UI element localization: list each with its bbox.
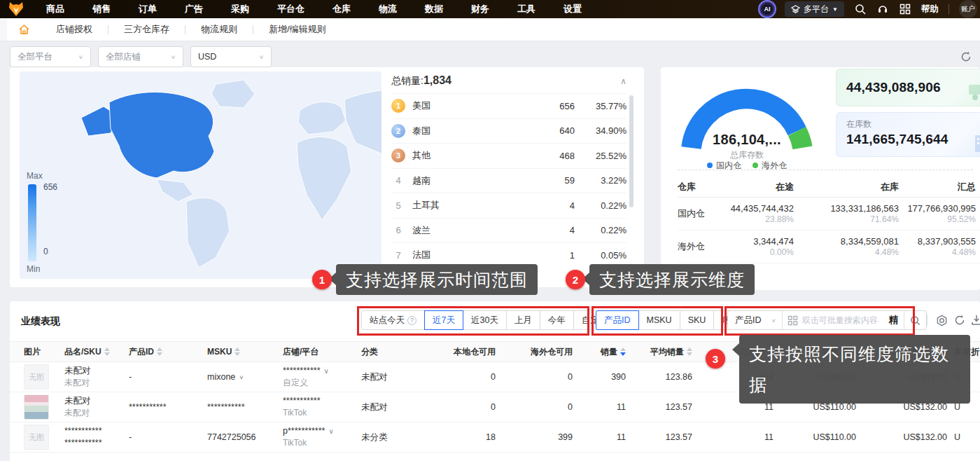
sort-icon[interactable] <box>234 348 240 356</box>
store-cell[interactable]: p***********∨ <box>283 425 334 437</box>
country-share: 3.22% <box>575 175 626 186</box>
sort-icon-active-desc[interactable] <box>620 348 626 356</box>
sort-icon[interactable] <box>157 348 162 356</box>
col-local-available: 本地仓可用 <box>426 346 501 358</box>
collapse-chevron-icon[interactable]: ∧ <box>620 76 626 86</box>
support-headset-icon[interactable] <box>876 3 889 15</box>
warehouse-row-domestic[interactable]: 国内仓 44,435,744,43223.88% 133,331,186,563… <box>678 198 980 230</box>
country-name: 美国 <box>412 99 526 112</box>
search-input[interactable]: 双击可批量搜索内容 <box>798 315 883 326</box>
platform-name: 自定义 <box>283 377 329 389</box>
menu-settings[interactable]: 设置 <box>550 0 596 18</box>
dim-sku-button[interactable]: SKU <box>680 310 715 330</box>
subnav-items: 店铺授权 三方仓库存 物流规则 新增/编辑规则 <box>41 18 980 41</box>
column-settings-icon[interactable] <box>935 314 948 326</box>
menu-orders[interactable]: 订单 <box>125 0 171 18</box>
performance-title: 业绩表现 <box>21 315 60 328</box>
time-this-year-button[interactable]: 今年 <box>540 310 574 330</box>
menu-tools[interactable]: 工具 <box>503 0 550 18</box>
search-icon[interactable] <box>854 3 867 15</box>
tab-logistics-rules[interactable]: 物流规则 <box>186 23 253 36</box>
search-submit-icon[interactable] <box>904 311 926 329</box>
platform-switcher-dropdown[interactable]: 多平台 ▼ <box>785 1 844 17</box>
msku-cell[interactable]: mixone∨ <box>207 372 283 382</box>
time-site-today-button[interactable]: 站点今天? <box>361 310 425 330</box>
callout-badge-2: 2 <box>566 270 585 289</box>
net-sales-cell: US$132.00 <box>862 402 953 412</box>
platform-filter-select[interactable]: 全部平台∨ <box>10 46 91 67</box>
platform-name: TikTok <box>283 407 321 419</box>
account-avatar[interactable]: 账户 <box>959 0 977 18</box>
product-name: 未配对 <box>64 365 91 377</box>
menu-sales[interactable]: 销售 <box>78 0 125 18</box>
refresh-table-icon[interactable] <box>953 314 966 326</box>
menu-warehouse[interactable]: 仓库 <box>318 0 365 18</box>
chevron-down-icon[interactable]: ∨ <box>239 374 244 380</box>
ranking-row[interactable]: 6 波兰 4 0.22% <box>391 218 626 243</box>
menu-logistics[interactable]: 物流 <box>365 0 411 18</box>
product-id: - <box>129 432 207 442</box>
tab-add-edit-rule[interactable]: 新增/编辑规则 <box>253 23 342 36</box>
help-link[interactable]: 帮助 <box>921 4 939 15</box>
ai-assistant-button[interactable]: AI <box>760 1 775 17</box>
topbar-right-cluster: AI 多平台 ▼ 帮助 账户 <box>760 0 980 18</box>
rank-number: 7 <box>391 250 405 261</box>
product-id: - <box>129 372 207 382</box>
col-avg-sales[interactable]: 平均销量 <box>631 346 698 358</box>
ranking-row[interactable]: 2 泰国 640 34.90% <box>391 118 626 144</box>
col-msku[interactable]: MSKU <box>207 347 283 357</box>
ranking-row[interactable]: 5 土耳其 4 0.22% <box>391 193 626 218</box>
time-last-month-button[interactable]: 上月 <box>506 310 540 330</box>
dimension-group: 产品ID MSKU SKU 店铺 <box>596 310 748 330</box>
menu-purchasing[interactable]: 采购 <box>217 0 263 18</box>
time-last30-button[interactable]: 近30天 <box>463 310 507 330</box>
map-max-label: Max <box>27 171 43 181</box>
dim-msku-button[interactable]: MSKU <box>638 310 680 330</box>
country-sales: 656 <box>526 101 575 111</box>
menu-ads[interactable]: 广告 <box>171 0 217 18</box>
store-cell[interactable]: ***********∨ <box>283 365 329 377</box>
col-product-id[interactable]: 产品ID <box>129 346 207 358</box>
question-info-icon[interactable]: ? <box>407 316 416 325</box>
dashed-divider <box>678 170 973 170</box>
batch-search-grid-icon[interactable] <box>788 315 798 326</box>
menu-platform-warehouse[interactable]: 平台仓 <box>263 0 318 18</box>
avg-sales-cell: 123.57 <box>631 432 698 442</box>
apps-grid-icon[interactable] <box>899 3 911 15</box>
platform-name: TikTok <box>283 437 334 449</box>
country-sales: 1 <box>526 250 575 261</box>
refresh-icon[interactable] <box>959 50 973 64</box>
menu-data[interactable]: 数据 <box>411 0 457 18</box>
sort-icon[interactable] <box>104 348 110 356</box>
exact-match-toggle[interactable]: 精 <box>883 314 904 326</box>
currency-select[interactable]: USD∨ <box>190 46 272 67</box>
ranking-row[interactable]: 3 其他 468 25.52% <box>391 143 626 168</box>
sort-icon[interactable] <box>687 348 692 356</box>
warehouse-summary-table: 仓库 在途 在库 汇总 国内仓 44,435,744,43223.88% 133… <box>678 177 980 263</box>
sales-cell: 390 <box>578 372 631 382</box>
download-export-icon[interactable] <box>970 314 980 326</box>
table-row[interactable]: 无图 ********************** - 7742725056 p… <box>10 422 980 453</box>
country-sales: 468 <box>526 151 575 161</box>
tab-third-party-inventory[interactable]: 三方仓库存 <box>108 23 185 36</box>
store-filter-select[interactable]: 全部店铺∨ <box>98 46 183 67</box>
ranking-row[interactable]: 4 越南 59 3.22% <box>391 168 626 193</box>
search-field-select[interactable]: 产品ID∨ <box>728 315 782 326</box>
brand-fox-logo-icon[interactable] <box>0 1 32 17</box>
col-name-sku[interactable]: 品名/SKU <box>64 346 129 358</box>
menu-finance[interactable]: 财务 <box>457 0 503 18</box>
product-image[interactable] <box>24 394 49 420</box>
chevron-down-icon[interactable]: ∨ <box>328 427 333 435</box>
country-share: 0.22% <box>575 200 626 211</box>
tab-store-authorization[interactable]: 店铺授权 <box>41 23 108 36</box>
warehouse-row-overseas[interactable]: 海外仓 3,344,4740.00% 8,334,559,0814.48% 8,… <box>678 230 980 263</box>
ranking-row[interactable]: 1 美国 656 35.77% <box>391 93 626 118</box>
chevron-down-icon[interactable]: ∨ <box>324 367 329 375</box>
menu-products[interactable]: 商品 <box>32 0 78 18</box>
col-sales[interactable]: 销量 <box>578 346 631 358</box>
dim-product-id-button[interactable]: 产品ID <box>596 310 639 330</box>
sales-cell: 11 <box>578 432 631 442</box>
time-last7-button[interactable]: 近7天 <box>424 310 463 330</box>
scrollbar-thumb[interactable] <box>629 95 634 207</box>
home-tab[interactable] <box>7 18 41 41</box>
